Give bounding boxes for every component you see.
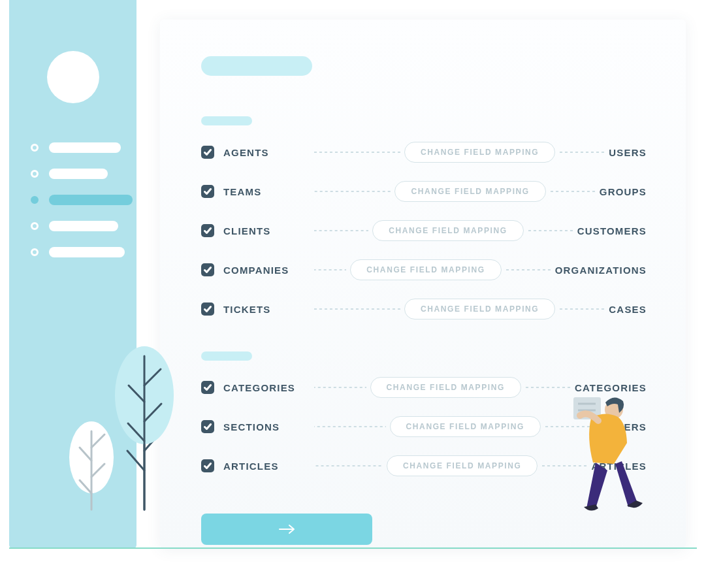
mapping-source-label: TEAMS xyxy=(223,186,310,197)
mapping-source-label: COMPANIES xyxy=(223,265,310,276)
checkbox-icon[interactable] xyxy=(201,302,214,316)
continue-button[interactable] xyxy=(201,514,372,545)
mapping-row: TEAMS CHANGE FIELD MAPPING GROUPS xyxy=(201,182,647,201)
mapping-row: SECTIONS CHANGE FIELD MAPPING FOLDERS xyxy=(201,417,647,436)
connector-dots xyxy=(505,269,551,270)
checkbox-icon[interactable] xyxy=(201,185,214,198)
wizard-step[interactable] xyxy=(31,142,134,153)
mapping-target-label: FOLDERS xyxy=(594,421,647,433)
mapping-row: AGENTS CHANGE FIELD MAPPING USERS xyxy=(201,142,647,162)
wizard-step[interactable] xyxy=(31,221,134,231)
change-field-mapping-button[interactable]: CHANGE FIELD MAPPING xyxy=(350,259,501,280)
wizard-step-active[interactable] xyxy=(31,195,134,205)
mapping-row: CLIENTS CHANGE FIELD MAPPING CUSTOMERS xyxy=(201,221,647,240)
mapping-target-label: CATEGORIES xyxy=(575,382,647,393)
connector-dots xyxy=(541,465,587,466)
mapping-row: TICKETS CHANGE FIELD MAPPING CASES xyxy=(201,299,647,319)
connector-dots xyxy=(314,308,400,310)
step-bar xyxy=(49,195,133,205)
mapping-group-1: AGENTS CHANGE FIELD MAPPING USERS TEAMS … xyxy=(201,142,647,319)
mapping-source-label: SECTIONS xyxy=(223,421,310,433)
step-dot xyxy=(31,222,39,230)
checkbox-icon[interactable] xyxy=(201,381,214,394)
checkbox-icon[interactable] xyxy=(201,224,214,237)
change-field-mapping-button[interactable]: CHANGE FIELD MAPPING xyxy=(387,455,538,476)
mapping-target-label: GROUPS xyxy=(600,186,647,197)
step-dot xyxy=(31,144,39,152)
page-title xyxy=(201,56,312,76)
checkbox-icon[interactable] xyxy=(201,420,214,433)
checkbox-icon[interactable] xyxy=(201,459,214,472)
step-dot xyxy=(31,170,39,178)
mapping-source-label: TICKETS xyxy=(223,304,310,315)
ground-line xyxy=(9,547,697,549)
connector-dots xyxy=(545,426,590,427)
section-header xyxy=(201,116,252,125)
step-bar xyxy=(49,247,125,257)
mapping-target-label: ARTICLES xyxy=(591,461,647,472)
connector-dots xyxy=(314,269,346,270)
wizard-step[interactable] xyxy=(31,247,134,257)
step-bar xyxy=(49,221,118,231)
connector-dots xyxy=(314,230,368,231)
wizard-step[interactable] xyxy=(31,169,134,179)
step-bar xyxy=(49,142,121,153)
avatar xyxy=(47,51,99,103)
mapping-source-label: AGENTS xyxy=(223,147,310,158)
change-field-mapping-button[interactable]: CHANGE FIELD MAPPING xyxy=(372,220,523,241)
connector-dots xyxy=(314,465,383,466)
step-dot xyxy=(31,196,39,204)
connector-dots xyxy=(525,387,571,388)
arrow-right-icon xyxy=(278,524,295,534)
mapping-target-label: ORGANIZATIONS xyxy=(555,265,647,276)
connector-dots xyxy=(314,152,400,153)
mapping-source-label: ARTICLES xyxy=(223,461,310,472)
checkbox-icon[interactable] xyxy=(201,146,214,159)
connector-dots xyxy=(550,191,596,192)
connector-dots xyxy=(559,308,605,310)
wizard-sidebar xyxy=(9,0,136,549)
wizard-steps xyxy=(31,142,134,273)
mapping-target-label: CUSTOMERS xyxy=(577,225,647,237)
step-bar xyxy=(49,169,108,179)
connector-dots xyxy=(314,387,366,388)
change-field-mapping-button[interactable]: CHANGE FIELD MAPPING xyxy=(404,142,555,163)
mapping-row: COMPANIES CHANGE FIELD MAPPING ORGANIZAT… xyxy=(201,260,647,280)
mapping-row: ARTICLES CHANGE FIELD MAPPING ARTICLES xyxy=(201,456,647,476)
mapping-group-2: CATEGORIES CHANGE FIELD MAPPING CATEGORI… xyxy=(201,378,647,476)
mapping-row: CATEGORIES CHANGE FIELD MAPPING CATEGORI… xyxy=(201,378,647,397)
connector-dots xyxy=(314,426,386,427)
connector-dots xyxy=(559,152,605,153)
connector-dots xyxy=(528,230,573,231)
mapping-source-label: CATEGORIES xyxy=(223,382,310,393)
checkbox-icon[interactable] xyxy=(201,263,214,276)
change-field-mapping-button[interactable]: CHANGE FIELD MAPPING xyxy=(370,377,521,398)
step-dot xyxy=(31,248,39,256)
mapping-target-label: USERS xyxy=(609,147,647,158)
change-field-mapping-button[interactable]: CHANGE FIELD MAPPING xyxy=(394,181,545,202)
change-field-mapping-button[interactable]: CHANGE FIELD MAPPING xyxy=(390,416,541,437)
mapping-target-label: CASES xyxy=(609,304,647,315)
connector-dots xyxy=(314,191,391,192)
change-field-mapping-button[interactable]: CHANGE FIELD MAPPING xyxy=(404,299,555,319)
mapping-source-label: CLIENTS xyxy=(223,225,310,237)
mapping-card: AGENTS CHANGE FIELD MAPPING USERS TEAMS … xyxy=(160,20,686,549)
section-header xyxy=(201,351,252,361)
